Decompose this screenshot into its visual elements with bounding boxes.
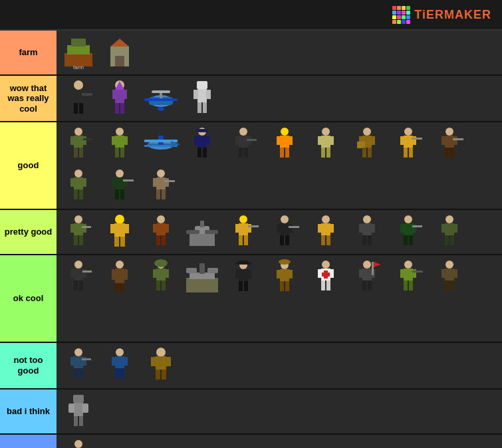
svg-rect-162 [326,235,330,245]
svg-rect-86 [404,136,413,148]
svg-rect-135 [165,224,169,233]
svg-rect-128 [110,224,115,233]
item-good-10[interactable] [58,166,99,207]
svg-point-176 [445,215,453,223]
svg-rect-259 [115,356,124,368]
item-good-0[interactable] [58,124,99,165]
item-ok-cool-9[interactable] [429,257,470,298]
svg-rect-44 [115,148,119,158]
item-ok-cool-3[interactable] [182,257,223,298]
svg-rect-71 [285,148,289,158]
item-good-1[interactable] [99,124,140,165]
svg-rect-220 [280,281,284,291]
item-pretty-good-6[interactable] [305,211,346,253]
item-good-2[interactable] [140,124,182,165]
tier-items-wow [57,76,502,121]
svg-rect-129 [124,224,129,233]
item-wow-1[interactable] [99,77,140,118]
item-good-4[interactable] [223,124,264,165]
svg-rect-225 [330,269,334,278]
item-bad-0[interactable] [58,391,99,432]
svg-marker-5 [110,39,129,47]
svg-point-33 [74,128,82,136]
svg-rect-274 [74,416,78,426]
item-ok-cool-7[interactable] [346,257,388,298]
svg-rect-37 [74,148,78,158]
item-farm-0[interactable]: farm [58,32,99,73]
item-not-too-good-0[interactable] [58,344,99,386]
svg-rect-38 [79,148,83,158]
svg-point-119 [74,215,82,223]
svg-rect-117 [162,189,166,199]
svg-rect-179 [453,224,457,233]
item-ok-cool-1[interactable] [99,257,140,298]
item-not-too-good-2[interactable] [140,344,182,386]
item-pretty-good-5[interactable] [264,211,305,253]
svg-point-59 [239,128,247,136]
item-pretty-good-3[interactable] [182,211,223,253]
svg-point-245 [445,261,453,269]
svg-rect-94 [441,136,445,145]
item-good-6[interactable] [305,124,346,165]
item-pretty-good-7[interactable] [346,211,388,253]
item-wow-2[interactable] [140,77,182,118]
item-good-9[interactable] [429,124,470,165]
svg-point-150 [281,215,289,223]
item-ok-cool-4[interactable] [223,257,264,298]
svg-rect-45 [120,148,124,158]
svg-rect-184 [70,269,74,278]
item-good-5[interactable] [264,124,305,165]
svg-rect-133 [156,223,166,235]
logo-rest: ERMAKER [426,8,491,21]
svg-rect-263 [120,368,124,378]
svg-rect-218 [277,270,281,279]
item-pretty-good-8[interactable] [388,211,429,253]
svg-rect-244 [412,271,423,273]
item-good-7[interactable] [346,124,388,165]
item-pretty-good-0[interactable] [58,211,99,253]
item-not-too-good-1[interactable] [99,344,140,386]
item-good-11[interactable] [99,166,140,207]
svg-point-276 [74,440,82,448]
svg-rect-121 [70,224,74,233]
svg-point-26 [158,107,164,111]
svg-rect-98 [453,138,463,140]
svg-rect-234 [362,280,366,290]
item-pretty-good-2[interactable] [140,211,182,253]
logo-grid-icon [392,6,410,24]
item-good-8[interactable] [388,124,429,165]
svg-point-126 [115,215,124,224]
item-ok-cool-0[interactable] [58,257,99,298]
item-good-3[interactable] [182,124,223,165]
item-good-12[interactable] [140,166,182,207]
item-pretty-good-4[interactable] [223,211,264,253]
svg-rect-2 [71,39,86,47]
svg-point-105 [116,169,124,177]
item-pretty-good-1[interactable] [99,211,140,253]
svg-rect-209 [235,263,251,265]
svg-rect-29 [193,90,198,99]
item-ok-cool-5[interactable] [264,257,305,298]
item-ok-cool-6[interactable] [305,257,346,298]
svg-rect-254 [82,357,86,366]
item-wow-0[interactable] [58,77,99,118]
svg-rect-272 [68,403,74,413]
item-frost-0[interactable] [58,436,99,448]
svg-rect-241 [412,269,416,278]
item-pretty-good-9[interactable] [429,211,470,253]
svg-rect-269 [162,370,166,380]
svg-rect-255 [74,368,78,378]
svg-rect-172 [412,224,416,233]
tier-label-farm: farm [0,31,57,74]
svg-rect-104 [79,189,83,199]
item-wow-3[interactable] [182,77,223,118]
svg-rect-200 [156,280,160,290]
svg-rect-6 [115,56,124,66]
item-ok-cool-2[interactable] [140,257,182,298]
svg-marker-237 [374,262,381,267]
item-farm-1[interactable] [99,32,140,73]
svg-rect-235 [368,280,372,290]
svg-rect-93 [445,136,454,148]
item-ok-cool-8[interactable] [388,257,429,298]
svg-rect-153 [289,224,293,233]
